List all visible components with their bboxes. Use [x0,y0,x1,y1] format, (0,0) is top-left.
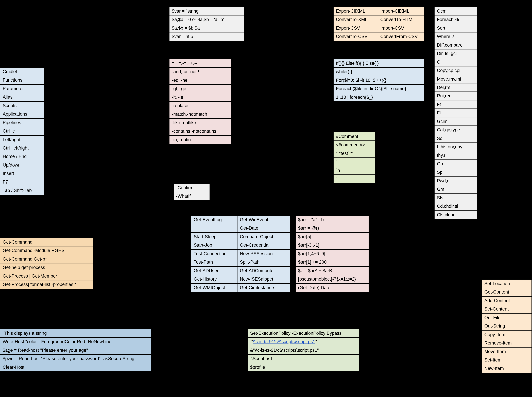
scripts-key: $profile [248,363,359,372]
comments-key: #Comment [333,132,376,141]
aliases-value [477,41,531,49]
help-value [94,272,198,280]
writing-value [151,363,241,372]
commoncmdlets-item: Get-Content [482,288,532,296]
commoncmdlets-item: Set-Item [482,356,532,364]
aliases-value [477,177,531,185]
concepts-value [44,136,157,144]
aliases-key: Where,? [434,32,477,41]
commoncmdlets-item: Set-Location [482,279,532,288]
comments-key: <#comment#> [333,141,376,149]
variables-value [244,7,317,15]
arrays-value [369,258,424,266]
operators-key: -lt, -le [169,93,232,101]
scripts-key: .\Script.ps1 [248,354,359,363]
importexport-col2: ConvertTo-HTML [378,15,424,24]
concepts-value [44,118,157,127]
cmdlets2col-col2: Get-ADComputer [237,267,290,275]
operators-table: =,+=,-=,++,---and,-or,-not,!-eq, -ne-gt,… [169,59,323,144]
commoncmdlets-item: Out-File [482,313,532,322]
importexport-col1: Export-CliXML [333,7,378,15]
aliases-value [477,58,531,66]
importexport-col2: Import-CliXML [378,7,424,15]
arrays-key: $arr[1,4+6..9] [295,249,369,258]
concepts-key: Left/right [0,136,44,144]
aliases-key: Move,mv,mi [434,75,477,83]
aliases-value [477,185,531,193]
aliases-key: Foreach,% [434,15,477,24]
cmdlets2col-col2: Get-WinEvent [237,216,290,224]
importexport-col2: Import-CSV [378,24,424,32]
arrays-value [369,232,424,241]
variables-key: $var=[int]5 [169,32,244,41]
importexport-col1: ConvertTo-XML [333,15,378,24]
help-key: Get-Process| format-list -properties * [0,280,94,289]
aliases-value [477,168,531,176]
commoncmdlets-item: Copy-Item [482,330,532,339]
concepts-value [44,84,157,93]
help-value [94,280,198,289]
aliases-key: Sp [434,168,477,176]
operators-value [232,84,323,93]
operators-key: =,+=,-=,++,-- [169,59,232,68]
help-key: Get-Process | Get-Member [0,272,94,280]
script-path-link[interactable]: \\c-is-ts-91\c$\scripts\script.ps1 [253,339,315,344]
concepts-value [44,178,157,186]
concepts-key: Insert [0,169,44,178]
concepts-value [44,152,157,161]
aliases-value [477,202,531,211]
comments-table: #Comment<#comment#>"`"test`""`t`n` [333,132,424,183]
aliases-key: Dir, ls, gci [434,49,477,58]
help-value [94,263,198,272]
operators-value [232,127,323,136]
aliases-value [477,7,531,15]
writing-key: $age = Read-host "Please enter your age" [0,346,151,354]
variables-value [244,32,317,41]
arrays-key: (Get-Date).Date [295,284,369,292]
cmdlets2col-col2: Get-CimInstance [237,284,290,292]
concepts-value [44,127,157,135]
concepts-key: Ctrl+c [0,127,44,135]
aliases-value [477,75,531,83]
aliases-key: Ft [434,100,477,109]
cmdlets2col-col1: Get-WMIObject [191,284,237,292]
concepts-key: Pipelines | [0,118,44,127]
operators-value [232,93,323,101]
cmdlets-2col-table: Get-EventLogGet-WinEventGet-DateStart-Sl… [191,215,290,292]
writing-value [151,354,241,363]
flow-control-table: If(){} Elseif(){ } Else{ }while(){}For($… [333,59,424,102]
risk-value [210,192,306,200]
concepts-value [44,161,157,169]
aliases-key: Gcm [434,7,477,15]
cmdlets2col-col1: Test-Connection [191,249,237,258]
concepts-key: Scripts [0,101,44,110]
operators-value [232,101,323,110]
cmdlets2col-col1: Get-EventLog [191,216,237,224]
flow-item: while(){} [333,68,424,76]
operators-key: -eq, -ne [169,76,232,84]
commoncmdlets-item: Set-Content [482,305,532,313]
aliases-value [477,100,531,109]
arrays-key: $z = $arA + $arB [295,267,369,275]
operators-key: -contains,-notcontains [169,127,232,136]
aliases-value [477,211,531,219]
arrays-value [369,241,424,249]
arrays-value [369,216,424,224]
writing-value [151,346,241,354]
help-value [94,238,198,246]
aliases-key: Gm [434,185,477,193]
operators-value [232,136,323,144]
commoncmdlets-item: Add-Content [482,296,532,305]
common-cmdlets-table: Set-LocationGet-ContentAdd-ContentSet-Co… [482,279,532,373]
concepts-key: Tab / Shift-Tab [0,186,44,195]
operators-value [232,76,323,84]
help-value [94,246,198,255]
flow-item: If(){} Elseif(){ } Else{ } [333,59,424,68]
writing-output-table: "This displays a string"Write-Host "colo… [0,329,242,372]
concepts-key: Home / End [0,152,44,161]
concepts-key: Parameter [0,84,44,93]
concepts-value [44,93,157,101]
writing-key: Clear-Host [0,363,151,372]
operators-value [232,59,323,68]
writing-value [151,329,241,337]
